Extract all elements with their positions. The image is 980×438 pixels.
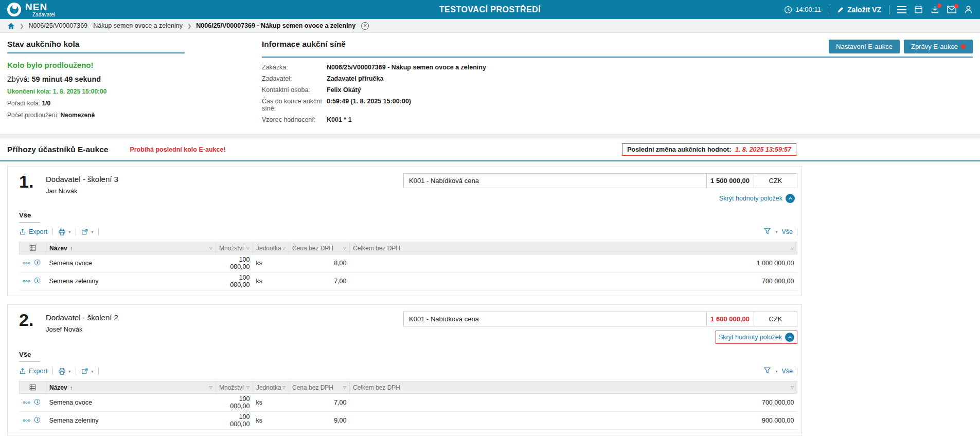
- hide-values-toggle[interactable]: Skrýt hodnoty položek: [716, 331, 797, 344]
- filter-caret-icon[interactable]: ▽: [282, 246, 286, 250]
- filter-caret-icon[interactable]: ▽: [209, 246, 212, 250]
- supplier-contact: Jan Novák: [46, 187, 118, 195]
- cell-unit-price: 9,00: [289, 412, 350, 430]
- auction-state-panel: Stav aukčního kola Kolo bylo prodlouženo…: [7, 40, 185, 127]
- cell-name: Semena zeleniny: [46, 272, 216, 290]
- export-button[interactable]: Export: [19, 368, 47, 375]
- chevron-up-icon[interactable]: [786, 194, 795, 203]
- eauction-settings-button[interactable]: Nastavení E-aukce: [829, 40, 900, 53]
- cell-name: Semena zeleniny: [46, 412, 216, 430]
- bid-currency: CZK: [754, 312, 797, 326]
- breadcrumb-parent-link[interactable]: N006/25/V00007369 - Nákup semen ovoce a …: [28, 22, 183, 29]
- round-extended-message: Kolo bylo prodlouženo!: [7, 61, 185, 69]
- export-button[interactable]: Export: [19, 228, 47, 235]
- participant-card-2: 2. Dodavatel - školení 2 Josef Novák K00…: [7, 304, 802, 435]
- header-unit-price[interactable]: Cena bez DPH▽: [289, 242, 350, 254]
- info-icon[interactable]: [34, 398, 41, 407]
- cell-unit-price: 7,00: [289, 272, 350, 290]
- filter-caret-icon[interactable]: ▽: [791, 246, 794, 250]
- caret-down-icon: ▾: [91, 369, 93, 374]
- filter-caret-icon[interactable]: ▽: [282, 385, 286, 390]
- divider: [76, 368, 76, 375]
- column-chooser-button[interactable]: [20, 381, 46, 394]
- divider: [889, 5, 889, 14]
- last-change-box: Poslední změna aukčních hodnot: 1. 8. 20…: [622, 143, 796, 156]
- hide-values-link[interactable]: Skrýt hodnoty položek: [719, 334, 782, 341]
- filter-all-link[interactable]: Vše: [781, 228, 793, 235]
- more-options-icon[interactable]: [23, 417, 30, 424]
- items-table-header-row: Název↑ ▽ Množství▽ Jednotka▽ Cena bez DP…: [20, 242, 797, 254]
- header-quantity[interactable]: Množství▽: [216, 381, 253, 394]
- share-button[interactable]: ▾: [81, 368, 93, 375]
- share-button[interactable]: ▾: [81, 228, 93, 235]
- cell-unit-price: 7,00: [289, 394, 350, 412]
- filter-caret-icon[interactable]: ▽: [246, 246, 250, 250]
- filter-caret-icon[interactable]: ▽: [246, 385, 250, 390]
- more-options-icon[interactable]: [23, 399, 30, 406]
- filter-all-link[interactable]: Vše: [781, 368, 793, 375]
- filter-caret-icon[interactable]: ▽: [343, 385, 346, 390]
- extension-count: Počet prodloužení: Neomezeně: [7, 112, 185, 119]
- table-row[interactable]: Semena zeleniny 100 000,00 ks 7,00 700 0…: [20, 272, 797, 290]
- filter-caret-icon[interactable]: ▽: [343, 246, 346, 250]
- downloads-icon[interactable]: [931, 5, 939, 14]
- header-unit-price[interactable]: Cena bez DPH▽: [289, 381, 350, 394]
- time-remaining: Zbývá: 59 minut 49 sekund: [7, 75, 185, 83]
- calendar-icon[interactable]: [914, 5, 923, 14]
- info-icon[interactable]: [34, 416, 41, 425]
- column-chooser-button[interactable]: [20, 242, 46, 254]
- eauction-messages-button[interactable]: Zprávy E-aukce: [904, 40, 973, 53]
- user-icon[interactable]: [964, 5, 973, 14]
- top-bar: NEN Zadavatel TESTOVACÍ PROSTŘEDÍ 14:00:…: [0, 0, 980, 19]
- table-row[interactable]: Semena ovoce 100 000,00 ks 8,00 1 000 00…: [20, 254, 797, 272]
- filter-caret-icon[interactable]: ▽: [209, 385, 212, 390]
- messages-icon[interactable]: [947, 6, 956, 13]
- tab-all[interactable]: Vše: [19, 347, 40, 362]
- home-icon[interactable]: [7, 22, 15, 30]
- table-row[interactable]: Semena zeleniny 100 000,00 ks 9,00 900 0…: [20, 412, 797, 430]
- nen-logo[interactable]: NEN Zadavatel: [7, 2, 55, 17]
- print-button[interactable]: ▾: [58, 368, 70, 375]
- sort-asc-icon: ↑: [70, 385, 73, 391]
- header-total[interactable]: Celkem bez DPH▽: [350, 381, 797, 394]
- caret-down-icon: ▾: [68, 369, 70, 374]
- cell-name: Semena ovoce: [46, 254, 216, 272]
- cell-total: 700 000,00: [350, 394, 797, 412]
- more-options-icon[interactable]: [23, 278, 30, 285]
- header-unit[interactable]: Jednotka▽: [253, 381, 289, 394]
- menu-icon[interactable]: [897, 6, 906, 13]
- print-button[interactable]: ▾: [58, 228, 70, 236]
- breadcrumb-current: N006/25/V00007369 - Nákup semen ovoce a …: [196, 22, 355, 29]
- section-divider: [0, 134, 980, 138]
- divider: [52, 368, 53, 375]
- more-options-icon[interactable]: [23, 260, 30, 267]
- header-unit[interactable]: Jednotka▽: [253, 242, 289, 254]
- bid-currency: CZK: [754, 173, 797, 188]
- table-row[interactable]: Semena ovoce 100 000,00 ks 7,00 700 000,…: [20, 394, 797, 412]
- caret-down-icon[interactable]: ▾: [775, 369, 777, 374]
- cell-unit: ks: [253, 272, 289, 290]
- create-vz-button[interactable]: Založit VZ: [837, 6, 881, 14]
- tab-all[interactable]: Vše: [19, 208, 40, 223]
- cell-total: 700 000,00: [350, 272, 797, 290]
- filter-icon[interactable]: [763, 367, 771, 376]
- filter-icon[interactable]: [763, 227, 771, 236]
- hide-values-toggle[interactable]: Skrýt hodnoty položek: [717, 192, 797, 205]
- chevron-up-icon[interactable]: [785, 333, 794, 342]
- info-row-contact-person: Kontaktní osoba: Felix Okátý: [262, 86, 973, 94]
- header-total[interactable]: Celkem bez DPH▽: [350, 242, 797, 254]
- caret-down-icon[interactable]: ▾: [775, 230, 777, 234]
- divider: [76, 228, 76, 235]
- cell-quantity: 100 000,00: [216, 272, 253, 290]
- info-panel-title: Informace aukční síně: [262, 40, 346, 49]
- bid-amount: 1 500 000,00: [707, 173, 754, 188]
- header-name[interactable]: Název↑ ▽: [46, 381, 216, 394]
- filter-caret-icon[interactable]: ▽: [791, 385, 794, 390]
- info-icon[interactable]: [34, 259, 41, 267]
- info-row-time-to-end: Čas do konce aukční síně: 0:59:49 (1. 8.…: [262, 98, 973, 112]
- header-quantity[interactable]: Množství▽: [216, 242, 253, 254]
- header-name[interactable]: Název↑ ▽: [46, 242, 216, 254]
- hide-values-link[interactable]: Skrýt hodnoty položek: [719, 195, 782, 202]
- close-icon[interactable]: ✕: [361, 22, 369, 30]
- info-icon[interactable]: [34, 277, 41, 285]
